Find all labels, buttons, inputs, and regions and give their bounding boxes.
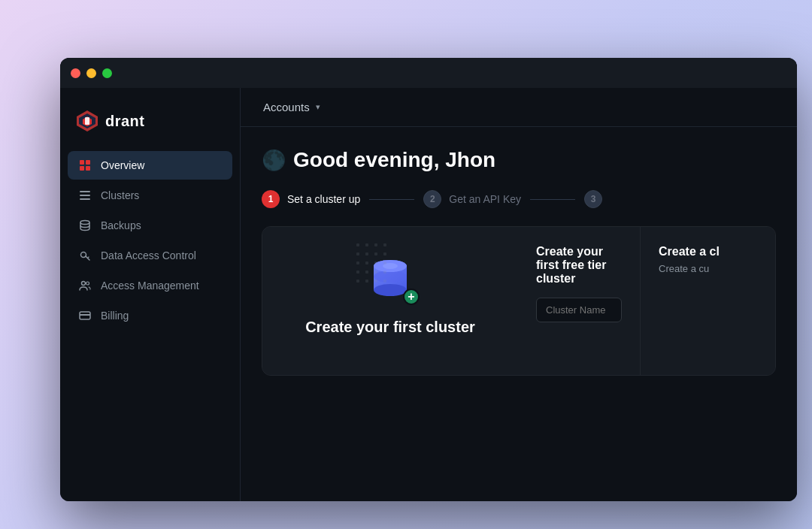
svg-rect-24: [383, 252, 386, 255]
form-section: Create your first free tier cluster: [518, 227, 640, 375]
svg-rect-21: [356, 252, 359, 255]
create-section-title: Create a cl: [659, 245, 757, 258]
svg-rect-23: [374, 252, 377, 255]
sidebar-item-dac[interactable]: Data Access Control: [68, 241, 232, 270]
extra-section: Create a cl Create a cu: [640, 227, 775, 375]
svg-rect-27: [374, 261, 377, 264]
svg-rect-4: [80, 160, 84, 165]
step-2: 2 Get an API Key: [423, 190, 521, 208]
sidebar-item-clusters[interactable]: Clusters: [68, 181, 232, 210]
grid-icon: [78, 159, 92, 172]
nav-items: Overview Clusters: [60, 151, 240, 330]
svg-rect-33: [356, 280, 359, 283]
cluster-visual-section: + Create your first cluster: [262, 227, 518, 375]
cluster-name-field-group: [536, 298, 622, 322]
svg-rect-30: [365, 271, 368, 274]
svg-rect-34: [365, 280, 368, 283]
cluster-icon-area: +: [364, 251, 417, 307]
sidebar-item-backups-label: Backups: [101, 219, 141, 231]
app-window: drant Overview: [60, 58, 797, 501]
logo-icon: [75, 109, 99, 133]
svg-rect-10: [80, 198, 90, 200]
sidebar-item-overview-label: Overview: [101, 159, 144, 171]
maximize-button[interactable]: [102, 68, 112, 78]
svg-rect-16: [80, 314, 90, 316]
sidebar-item-clusters-label: Clusters: [101, 189, 139, 201]
content-area: 🌑 Good evening, Jhon 1 Set a cluster up …: [241, 127, 797, 501]
sidebar-item-access-management-label: Access Management: [101, 280, 199, 292]
sidebar-item-dac-label: Data Access Control: [101, 249, 196, 261]
svg-rect-25: [356, 261, 359, 264]
step-1-label: Set a cluster up: [287, 193, 360, 205]
svg-rect-6: [80, 166, 84, 171]
svg-rect-35: [374, 280, 377, 283]
create-section-sub: Create a cu: [659, 263, 757, 274]
svg-rect-17: [356, 243, 359, 246]
logo-text: drant: [105, 113, 145, 130]
svg-rect-18: [365, 243, 368, 246]
step-1: 1 Set a cluster up: [262, 190, 360, 208]
minimize-button[interactable]: [86, 68, 96, 78]
svg-rect-3: [85, 117, 89, 125]
chevron-down-icon: ▾: [316, 102, 320, 112]
topbar: Accounts ▾: [241, 88, 797, 127]
sidebar-item-billing[interactable]: Billing: [68, 301, 232, 330]
users-icon: [78, 279, 92, 292]
plus-badge-icon: +: [403, 289, 420, 305]
step-2-number: 2: [423, 190, 441, 208]
svg-rect-20: [383, 243, 386, 246]
sidebar: drant Overview: [60, 88, 241, 501]
main-content: Accounts ▾ 🌑 Good evening, Jhon 1 Set a …: [241, 88, 797, 501]
greeting-emoji: 🌑: [262, 149, 286, 172]
sidebar-item-access-management[interactable]: Access Management: [68, 271, 232, 300]
sidebar-item-billing-label: Billing: [101, 310, 129, 322]
step-1-number: 1: [262, 190, 280, 208]
list-icon: [78, 189, 92, 202]
svg-rect-19: [374, 243, 377, 246]
close-button[interactable]: [71, 68, 80, 78]
svg-rect-9: [80, 195, 90, 196]
logo-area: drant: [60, 100, 240, 151]
svg-rect-22: [365, 252, 368, 255]
app-body: drant Overview: [60, 88, 797, 501]
cluster-name-input[interactable]: [536, 298, 622, 322]
accounts-label: Accounts: [263, 101, 310, 113]
step-3-number: 3: [584, 190, 602, 208]
credit-card-icon: [78, 309, 92, 322]
greeting-text: Good evening, Jhon: [293, 148, 495, 172]
database-icon: [78, 219, 92, 232]
svg-rect-26: [365, 261, 368, 264]
svg-rect-28: [383, 261, 386, 264]
svg-rect-29: [356, 271, 359, 274]
svg-rect-7: [86, 166, 90, 171]
svg-point-11: [80, 221, 89, 225]
cluster-title: Create your first cluster: [305, 319, 475, 336]
step-connector-2: [530, 199, 575, 200]
titlebar: [60, 58, 797, 88]
step-3: 3: [584, 190, 602, 208]
free-tier-title: Create your first free tier cluster: [536, 245, 622, 286]
svg-rect-36: [383, 280, 386, 283]
svg-point-14: [86, 282, 89, 285]
steps-bar: 1 Set a cluster up 2 Get an API Key 3: [262, 190, 776, 208]
step-2-label: Get an API Key: [449, 193, 521, 205]
svg-point-13: [82, 282, 86, 286]
card-row: + Create your first cluster Create your …: [262, 226, 776, 376]
svg-rect-31: [374, 271, 377, 274]
greeting: 🌑 Good evening, Jhon: [262, 148, 776, 172]
key-icon: [78, 249, 92, 262]
accounts-selector[interactable]: Accounts ▾: [256, 96, 328, 118]
svg-rect-5: [86, 160, 90, 165]
sidebar-item-backups[interactable]: Backups: [68, 211, 232, 240]
svg-rect-32: [383, 271, 386, 274]
svg-rect-8: [80, 191, 90, 192]
step-connector: [369, 199, 414, 200]
sidebar-item-overview[interactable]: Overview: [68, 151, 232, 180]
